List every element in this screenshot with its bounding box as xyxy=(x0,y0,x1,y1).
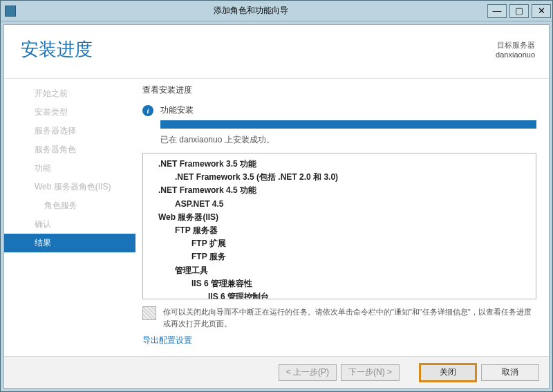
status-row: i 功能安装 xyxy=(142,104,536,116)
wizard-step: 服务器选择 xyxy=(4,122,135,140)
feature-item: FTP 服务 xyxy=(191,250,530,263)
wizard-step: 安装类型 xyxy=(4,103,135,122)
hint-icon xyxy=(142,306,156,320)
feature-item: .NET Framework 3.5 功能 xyxy=(158,158,530,171)
status-label: 功能安装 xyxy=(160,104,194,116)
feature-item: 管理工具 xyxy=(175,264,530,277)
feature-item: FTP 服务器 xyxy=(175,224,530,237)
target-server-info: 目标服务器 danxiaonuo xyxy=(496,40,535,59)
next-button: 下一步(N) > xyxy=(341,364,400,381)
close-button[interactable]: 关闭 xyxy=(419,363,477,382)
hint-text: 你可以关闭此向导而不中断正在运行的任务。请依次单击命令栏中的"通知"和"任务详细… xyxy=(163,306,536,329)
previous-button: < 上一步(P) xyxy=(279,364,337,381)
section-label: 查看安装进度 xyxy=(142,84,536,96)
hint-row: 你可以关闭此向导而不中断正在运行的任务。请依次单击命令栏中的"通知"和"任务详细… xyxy=(142,306,536,329)
feature-item: .NET Framework 3.5 (包括 .NET 2.0 和 3.0) xyxy=(175,171,530,184)
install-progress-bar xyxy=(160,120,536,129)
wizard-step: 角色服务 xyxy=(4,196,135,215)
success-message: 已在 danxiaonuo 上安装成功。 xyxy=(160,134,536,146)
wizard-step: 结果 xyxy=(4,234,135,252)
feature-item: IIS 6 管理兼容性 xyxy=(191,277,530,290)
wizard-steps-sidebar: 开始之前安装类型服务器选择服务器角色功能Web 服务器角色(IIS)角色服务确认… xyxy=(4,82,135,356)
header-row: 安装进度 目标服务器 danxiaonuo xyxy=(4,25,549,79)
cancel-button[interactable]: 取消 xyxy=(481,364,539,381)
wizard-step: 确认 xyxy=(4,215,135,234)
feature-item: Web 服务器(IIS) xyxy=(158,211,530,224)
close-window-button[interactable]: ✕ xyxy=(532,4,551,18)
info-icon: i xyxy=(142,105,153,116)
feature-item: IIS 6 管理控制台 xyxy=(208,290,530,299)
main-panel: 查看安装进度 i 功能安装 已在 danxiaonuo 上安装成功。 .NET … xyxy=(135,82,549,356)
wizard-step: 开始之前 xyxy=(4,84,135,103)
wizard-window: 添加角色和功能向导 — ▢ ✕ 安装进度 目标服务器 danxiaonuo 开始… xyxy=(0,0,553,392)
target-label: 目标服务器 xyxy=(496,40,535,50)
target-name: danxiaonuo xyxy=(496,50,535,59)
wizard-step: 服务器角色 xyxy=(4,140,135,159)
page-title: 安装进度 xyxy=(21,37,93,62)
feature-item: ASP.NET 4.5 xyxy=(175,198,530,211)
content-area: 安装进度 目标服务器 danxiaonuo 开始之前安装类型服务器选择服务器角色… xyxy=(3,24,550,389)
export-config-link[interactable]: 导出配置设置 xyxy=(142,335,536,346)
installed-features-list[interactable]: .NET Framework 3.5 功能.NET Framework 3.5 … xyxy=(142,153,536,299)
wizard-step: Web 服务器角色(IIS) xyxy=(4,178,135,196)
maximize-button[interactable]: ▢ xyxy=(509,4,529,18)
minimize-button[interactable]: — xyxy=(487,4,507,18)
wizard-step: 功能 xyxy=(4,159,135,178)
titlebar: 添加角色和功能向导 — ▢ ✕ xyxy=(1,1,552,21)
app-icon xyxy=(5,6,16,17)
feature-item: .NET Framework 4.5 功能 xyxy=(158,184,530,197)
footer-buttons: < 上一步(P) 下一步(N) > 关闭 取消 xyxy=(4,356,549,388)
window-title: 添加角色和功能向导 xyxy=(16,5,486,17)
feature-item: FTP 扩展 xyxy=(191,237,530,250)
